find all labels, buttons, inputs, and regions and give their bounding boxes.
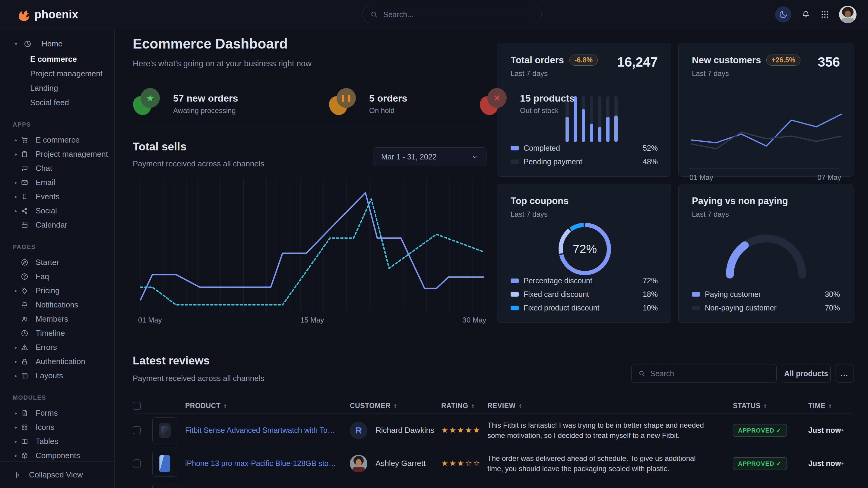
sidebar-item-forms[interactable]: ▸Forms: [0, 406, 114, 420]
caret-right-icon: ▸: [12, 288, 20, 294]
avatar-face: [845, 10, 851, 18]
sidebar-subitem-landing[interactable]: Landing: [0, 81, 114, 95]
new-customers-card: New customers +26.5% Last 7 days 356 01 …: [678, 43, 854, 176]
row-more-button[interactable]: •••: [835, 426, 844, 434]
column-header-label: RATING: [441, 402, 468, 410]
reviews-search[interactable]: [631, 364, 777, 383]
product-thumbnail: [152, 484, 177, 488]
review-time: Just now: [799, 459, 835, 468]
legend-row: Non-paying customer70%: [692, 303, 840, 312]
x-tick: 01 May: [689, 173, 713, 182]
all-products-button[interactable]: All products: [782, 364, 831, 383]
row-checkbox[interactable]: [133, 426, 141, 434]
legend-label: Paying customer: [705, 290, 820, 299]
card-caption: Last 7 days: [510, 210, 658, 219]
status-badge: APPROVED ✓: [733, 424, 787, 437]
grid-9-icon: [820, 10, 829, 19]
table-icon: [20, 437, 29, 446]
notifications-button[interactable]: [801, 10, 811, 19]
reviews-table: PRODUCT▲▼CUSTOMER▲▼RATING▲▼REVIEW▲▼STATU…: [133, 398, 854, 488]
legend-row: Fixed card discount18%: [510, 290, 658, 299]
sidebar-subitem-social-feed[interactable]: Social feed: [0, 95, 114, 110]
caret-right-icon: ▸: [12, 438, 20, 444]
reviews-search-input[interactable]: [650, 369, 770, 378]
card-caption: Last 7 days: [510, 69, 598, 78]
sidebar-item-label: Components: [36, 451, 80, 460]
sidebar-item-label: Events: [36, 192, 60, 201]
sidebar-item-label: Project management: [36, 150, 108, 159]
product-thumbnail: [152, 418, 177, 444]
table-header-row: PRODUCT▲▼CUSTOMER▲▼RATING▲▼REVIEW▲▼STATU…: [133, 398, 854, 414]
column-header-status[interactable]: STATUS▲▼: [724, 402, 799, 410]
customer-name: Richard Dawkins: [375, 426, 441, 435]
sidebar-item-chat[interactable]: Chat: [0, 161, 114, 175]
sidebar-item-e-commerce[interactable]: ▸E commerce: [0, 133, 114, 147]
legend-swatch: [692, 292, 700, 297]
sidebar-item-tables[interactable]: ▸Tables: [0, 434, 114, 449]
profile-avatar[interactable]: [839, 6, 857, 23]
legend-row: Percentage discount72%: [510, 276, 658, 285]
sidebar-item-email[interactable]: ▸Email: [0, 175, 114, 190]
column-header-time[interactable]: TIME▲▼: [799, 402, 835, 410]
sidebar-item-layouts[interactable]: ▸Layouts: [0, 369, 114, 383]
pause-blob-icon: ❚❚: [329, 88, 359, 119]
product-link[interactable]: Fitbit Sense Advanced Smartwatch with To…: [185, 426, 338, 435]
search-input[interactable]: [383, 10, 533, 19]
sidebar-item-home[interactable]: ▾Home: [0, 36, 114, 52]
sidebar-item-label: Errors: [36, 343, 57, 352]
sidebar-item-icons[interactable]: ▸Icons: [0, 420, 114, 434]
sidebar-item-members[interactable]: Members: [0, 312, 114, 326]
bar-fill: [606, 117, 610, 142]
sidebar-item-events[interactable]: ▸Events: [0, 190, 114, 204]
tag-icon: [20, 287, 29, 295]
sidebar-subitem-e-commerce[interactable]: E commerce: [0, 52, 114, 66]
sidebar-item-components[interactable]: ▸Components: [0, 449, 114, 463]
sidebar-item-label: Faq: [36, 272, 49, 281]
bar-track: [598, 96, 601, 142]
new-customers-chart: [689, 88, 843, 164]
sidebar-item-timeline[interactable]: Timeline: [0, 326, 114, 340]
lock-icon: [20, 357, 29, 366]
sidebar-item-label: Chat: [36, 164, 52, 173]
sidebar-item-label: Starter: [36, 258, 59, 267]
reviews-more-button[interactable]: ...: [835, 364, 854, 383]
column-header-review[interactable]: REVIEW▲▼: [487, 402, 724, 410]
dark-mode-toggle[interactable]: [775, 6, 792, 23]
sidebar-item-notifications[interactable]: Notifications: [0, 298, 114, 312]
sidebar-item-faq[interactable]: Faq: [0, 269, 114, 284]
smartwatch-image: [159, 423, 171, 438]
row-checkbox[interactable]: [133, 459, 141, 467]
card-caption: Last 7 days: [692, 69, 801, 78]
sidebar-subitem-project-management[interactable]: Project management: [0, 66, 114, 81]
chart-pie-icon: [23, 40, 32, 48]
legend-swatch: [510, 306, 519, 310]
sidebar-item-authentication[interactable]: ▸Authentication: [0, 355, 114, 369]
product-link[interactable]: iPhone 13 pro max-Pacific Blue-128GB sto…: [185, 459, 338, 468]
legend-swatch: [692, 306, 700, 310]
brand-logo[interactable]: phoenix: [16, 0, 79, 29]
column-header-label: STATUS: [733, 402, 761, 410]
envelope-icon: [20, 178, 29, 187]
sidebar-item-pricing[interactable]: ▸Pricing: [0, 284, 114, 298]
date-range-select[interactable]: Mar 1 - 31, 2022: [373, 148, 487, 166]
app-launcher-button[interactable]: [820, 10, 829, 19]
sidebar-item-errors[interactable]: ▸Errors: [0, 340, 114, 355]
caret-right-icon: ▸: [12, 359, 20, 364]
sidebar-item-label: Authentication: [36, 357, 85, 366]
collapsed-view-toggle[interactable]: Collapsed View: [0, 461, 114, 488]
sidebar-item-label: Layouts: [36, 371, 63, 380]
global-search[interactable]: [362, 6, 542, 23]
column-header-customer[interactable]: CUSTOMER▲▼: [350, 402, 441, 410]
date-range-value: Mar 1 - 31, 2022: [381, 153, 436, 161]
column-header-product[interactable]: PRODUCT▲▼: [185, 402, 350, 410]
sidebar-item-calendar[interactable]: Calendar: [0, 218, 114, 232]
sidebar-item-social[interactable]: ▸Social: [0, 204, 114, 218]
legend-row: Paying customer30%: [692, 290, 840, 299]
orders-legend: Completed52%Pending payment48%: [510, 139, 658, 166]
sidebar-item-project-management[interactable]: ▸Project management: [0, 147, 114, 161]
sidebar-item-starter[interactable]: Starter: [0, 255, 114, 269]
column-header-rating[interactable]: RATING▲▼: [441, 402, 487, 410]
bar-fill: [565, 117, 569, 142]
row-more-button[interactable]: •••: [835, 460, 844, 467]
select-all-checkbox[interactable]: [133, 402, 141, 410]
